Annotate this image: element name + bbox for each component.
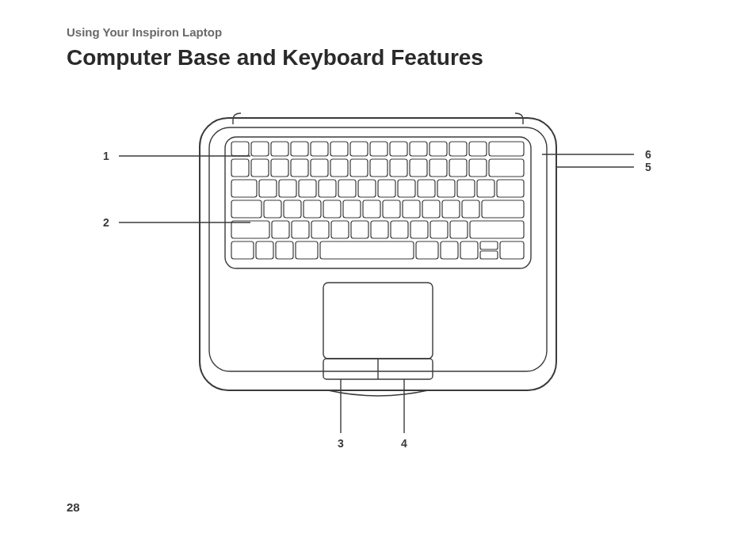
svg-rect-72 bbox=[276, 241, 293, 259]
svg-rect-47 bbox=[284, 200, 301, 218]
svg-rect-28 bbox=[449, 159, 467, 177]
svg-rect-9 bbox=[350, 142, 368, 156]
svg-rect-67 bbox=[430, 221, 448, 238]
keyboard bbox=[231, 142, 524, 259]
svg-rect-5 bbox=[271, 142, 288, 156]
svg-rect-13 bbox=[430, 142, 447, 156]
svg-rect-16 bbox=[489, 142, 524, 156]
page-title: Computer Base and Keyboard Features bbox=[67, 45, 689, 70]
svg-rect-60 bbox=[292, 221, 309, 238]
svg-rect-77 bbox=[460, 241, 478, 259]
svg-rect-19 bbox=[271, 159, 288, 177]
svg-rect-50 bbox=[343, 200, 361, 218]
callout-4: 4 bbox=[401, 437, 407, 450]
svg-rect-18 bbox=[251, 159, 269, 177]
svg-rect-59 bbox=[272, 221, 289, 238]
svg-rect-42 bbox=[457, 180, 475, 197]
svg-rect-64 bbox=[371, 221, 388, 238]
svg-rect-75 bbox=[416, 241, 438, 259]
svg-rect-44 bbox=[497, 180, 524, 197]
svg-rect-65 bbox=[391, 221, 408, 238]
section-header: Using Your Inspiron Laptop bbox=[67, 25, 689, 39]
svg-rect-76 bbox=[441, 241, 458, 259]
svg-rect-78 bbox=[480, 241, 498, 249]
svg-rect-81 bbox=[323, 283, 433, 359]
svg-rect-45 bbox=[231, 200, 262, 218]
svg-rect-17 bbox=[231, 159, 249, 177]
svg-rect-80 bbox=[500, 241, 524, 259]
svg-rect-70 bbox=[231, 241, 254, 259]
svg-rect-61 bbox=[311, 221, 329, 238]
svg-rect-22 bbox=[330, 159, 348, 177]
svg-rect-26 bbox=[410, 159, 427, 177]
svg-rect-30 bbox=[489, 159, 524, 177]
svg-rect-20 bbox=[291, 159, 308, 177]
callout-1: 1 bbox=[103, 150, 109, 162]
svg-rect-52 bbox=[383, 200, 400, 218]
svg-rect-29 bbox=[469, 159, 487, 177]
callout-3: 3 bbox=[338, 437, 344, 450]
callout-2: 2 bbox=[103, 216, 109, 229]
svg-rect-73 bbox=[296, 241, 318, 259]
page-number: 28 bbox=[67, 500, 80, 514]
svg-rect-8 bbox=[330, 142, 348, 156]
svg-rect-54 bbox=[422, 200, 440, 218]
svg-rect-46 bbox=[264, 200, 281, 218]
svg-rect-69 bbox=[470, 221, 524, 238]
svg-rect-34 bbox=[299, 180, 316, 197]
svg-rect-48 bbox=[304, 200, 321, 218]
laptop-diagram: 1 2 3 4 5 6 bbox=[67, 93, 689, 473]
svg-rect-21 bbox=[311, 159, 328, 177]
svg-rect-41 bbox=[437, 180, 455, 197]
svg-rect-4 bbox=[251, 142, 269, 156]
svg-rect-14 bbox=[449, 142, 467, 156]
svg-rect-31 bbox=[231, 180, 257, 197]
svg-rect-35 bbox=[319, 180, 336, 197]
svg-rect-74 bbox=[320, 241, 414, 259]
svg-rect-39 bbox=[398, 180, 415, 197]
svg-rect-49 bbox=[323, 200, 341, 218]
svg-rect-57 bbox=[482, 200, 524, 218]
svg-rect-25 bbox=[390, 159, 407, 177]
svg-rect-23 bbox=[350, 159, 368, 177]
svg-rect-24 bbox=[370, 159, 388, 177]
svg-rect-3 bbox=[231, 142, 249, 156]
svg-rect-56 bbox=[462, 200, 479, 218]
svg-rect-7 bbox=[311, 142, 328, 156]
svg-rect-63 bbox=[351, 221, 368, 238]
svg-rect-10 bbox=[370, 142, 388, 156]
svg-rect-2 bbox=[225, 137, 531, 268]
svg-rect-62 bbox=[331, 221, 349, 238]
svg-rect-38 bbox=[378, 180, 395, 197]
svg-rect-79 bbox=[480, 251, 498, 259]
svg-rect-55 bbox=[442, 200, 460, 218]
svg-rect-51 bbox=[363, 200, 380, 218]
callout-6: 6 bbox=[645, 148, 651, 161]
svg-rect-32 bbox=[259, 180, 277, 197]
svg-rect-15 bbox=[469, 142, 487, 156]
svg-rect-33 bbox=[279, 180, 296, 197]
svg-rect-27 bbox=[430, 159, 447, 177]
svg-rect-37 bbox=[358, 180, 376, 197]
svg-rect-43 bbox=[477, 180, 494, 197]
svg-rect-53 bbox=[403, 200, 420, 218]
svg-rect-68 bbox=[450, 221, 468, 238]
svg-rect-12 bbox=[410, 142, 427, 156]
svg-rect-6 bbox=[291, 142, 308, 156]
svg-rect-71 bbox=[256, 241, 273, 259]
svg-rect-11 bbox=[390, 142, 407, 156]
svg-rect-36 bbox=[338, 180, 356, 197]
callout-5: 5 bbox=[645, 161, 651, 173]
svg-rect-40 bbox=[418, 180, 435, 197]
svg-rect-58 bbox=[231, 221, 269, 238]
svg-rect-66 bbox=[410, 221, 428, 238]
